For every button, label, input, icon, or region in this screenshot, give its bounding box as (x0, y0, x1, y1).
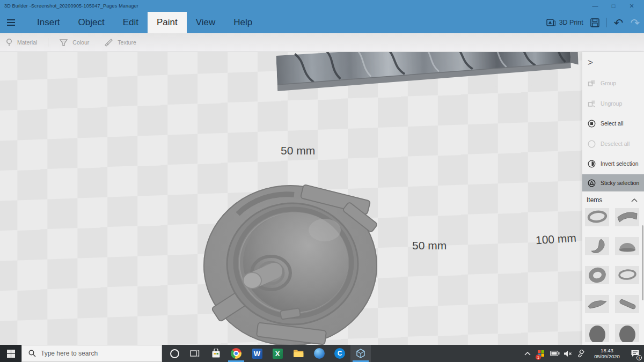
items-scrollbar[interactable] (642, 225, 643, 300)
camtasia-icon: C (334, 348, 345, 359)
texture-brush-icon (104, 38, 113, 47)
colour-funnel-icon (59, 38, 68, 47)
menu-object[interactable]: Object (69, 12, 114, 33)
cortana-button[interactable] (164, 345, 185, 362)
chrome-button[interactable] (226, 345, 246, 362)
item-thumb-torus[interactable] (585, 266, 609, 284)
taskbar-clock[interactable]: 18:43 05/09/2020 (587, 345, 627, 362)
group-label: Group (601, 80, 616, 86)
select-all-label: Select all (601, 120, 624, 127)
edge-icon (314, 348, 325, 359)
deselect-all-icon (588, 140, 596, 148)
panel-collapse-chevron-icon[interactable]: > (588, 56, 599, 69)
sticky-selection-label: Sticky selection (601, 180, 639, 186)
store-button[interactable] (206, 345, 226, 362)
deselect-all-button[interactable]: Deselect all (582, 136, 644, 152)
tray-chevron-up-icon[interactable] (522, 345, 533, 362)
cortana-icon (170, 349, 179, 358)
clock-date: 05/09/2020 (594, 353, 620, 359)
colour-tool[interactable]: Colour (52, 38, 97, 47)
undo-button[interactable]: ↶ (614, 17, 624, 28)
group-icon (588, 79, 596, 87)
3d-print-icon (546, 19, 555, 27)
texture-label: Texture (118, 39, 136, 46)
round-model-object[interactable] (200, 181, 380, 345)
item-thumb-dark-ellipse-2[interactable] (615, 324, 639, 342)
3d-print-label: 3D Print (559, 19, 583, 26)
select-all-button[interactable]: Select all (582, 115, 644, 131)
item-thumb-dark-ellipse[interactable] (585, 324, 609, 342)
item-thumb-hemisphere[interactable] (615, 237, 639, 255)
items-header-label: Items (587, 196, 602, 204)
item-thumb-horn[interactable] (585, 237, 609, 255)
sticky-selection-button-active[interactable]: Sticky selection (582, 174, 644, 191)
menu-divider (606, 18, 607, 27)
invert-selection-label: Invert selection (601, 160, 639, 167)
file-explorer-button[interactable] (288, 345, 309, 362)
battery-icon[interactable] (548, 345, 561, 362)
measurement-label-model: 50 mm (412, 239, 447, 252)
item-thumb-ring[interactable] (585, 208, 609, 226)
search-icon (28, 350, 36, 357)
3d-builder-window: 3D Builder -Screenshot_20200905-105047_P… (0, 0, 644, 362)
item-thumb-thin-ring[interactable] (615, 266, 639, 284)
window-title: 3D Builder -Screenshot_20200905-105047_P… (4, 3, 138, 9)
action-center-button[interactable]: 1 (627, 345, 643, 362)
file-explorer-icon (293, 349, 304, 358)
measurement-label-plate: 100 mm (535, 232, 576, 247)
taskbar-search[interactable] (21, 345, 162, 362)
menu-insert[interactable]: Insert (28, 12, 69, 33)
group-button[interactable]: Group (582, 75, 644, 91)
close-button[interactable]: ✕ (623, 0, 641, 12)
selection-panel: > Group Ungroup Select all (582, 52, 644, 345)
colour-label: Colour (72, 39, 89, 46)
volume-muted-icon[interactable] (561, 345, 574, 362)
toolbar-divider (48, 38, 48, 47)
maximize-button[interactable]: □ (604, 0, 623, 12)
invert-selection-button[interactable]: Invert selection (582, 156, 644, 172)
save-icon[interactable] (590, 18, 599, 27)
store-icon (211, 349, 221, 358)
menubar: Insert Object Edit Paint View Help 3D Pr… (0, 12, 644, 33)
edge-button[interactable] (309, 345, 330, 362)
menu-help[interactable]: Help (224, 12, 261, 33)
redo-button-disabled[interactable]: ↷ (630, 17, 640, 28)
material-tool[interactable]: Material (0, 38, 45, 47)
camtasia-button[interactable]: C (330, 345, 350, 362)
texture-tool[interactable]: Texture (97, 38, 143, 47)
menu-paint-active[interactable]: Paint (148, 12, 187, 33)
usb-device-icon[interactable] (574, 345, 587, 362)
word-icon: W (252, 349, 262, 359)
excel-button[interactable]: X (267, 345, 288, 362)
search-input[interactable] (41, 350, 148, 357)
minimize-button[interactable]: — (586, 0, 604, 12)
titlebar: 3D Builder -Screenshot_20200905-105047_P… (0, 0, 644, 12)
item-thumb-rod[interactable] (615, 295, 639, 313)
windows-logo-icon (7, 350, 15, 358)
material-dropper-icon (5, 38, 13, 47)
tray-app-icon[interactable]: 1 (535, 345, 547, 362)
window-controls: — □ ✕ (586, 0, 641, 12)
3d-builder-icon (356, 349, 365, 358)
start-button[interactable] (0, 345, 21, 362)
3d-builder-taskbar-button[interactable] (350, 345, 371, 362)
menu-edit[interactable]: Edit (114, 12, 148, 33)
task-view-icon (190, 349, 200, 358)
3d-print-button[interactable]: 3D Print (546, 19, 583, 27)
paint-toolbar: Material Colour Texture (0, 33, 644, 52)
deselect-all-label: Deselect all (601, 141, 630, 147)
measurement-label-slab: 50 mm (281, 144, 315, 157)
item-thumb-curved-bar[interactable] (615, 208, 639, 226)
clock-time: 18:43 (601, 348, 613, 353)
item-thumb-blade[interactable] (585, 295, 609, 313)
items-section-header[interactable]: Items (582, 194, 644, 206)
menu-view[interactable]: View (187, 12, 225, 33)
3d-viewport[interactable]: 50 mm 50 mm 100 mm (0, 52, 644, 345)
task-view-button[interactable] (185, 345, 205, 362)
ungroup-button[interactable]: Ungroup (582, 95, 644, 112)
notification-badge: 1 (636, 355, 642, 360)
ungroup-label: Ungroup (601, 100, 622, 107)
hamburger-menu-icon[interactable] (0, 12, 21, 33)
word-button[interactable]: W (247, 345, 267, 362)
ungroup-icon (588, 100, 596, 108)
